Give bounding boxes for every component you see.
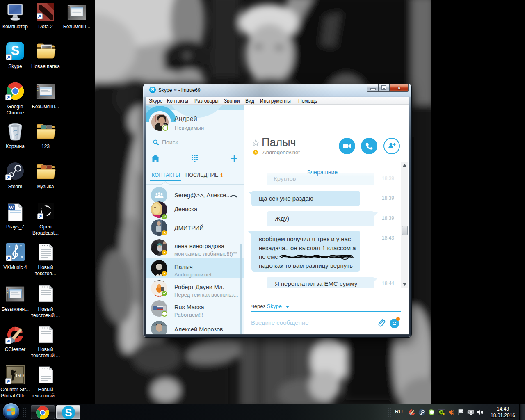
svg-text:W: W <box>9 204 14 210</box>
svg-text:гарант: гарант <box>155 281 164 284</box>
svg-text:GO: GO <box>16 373 24 379</box>
